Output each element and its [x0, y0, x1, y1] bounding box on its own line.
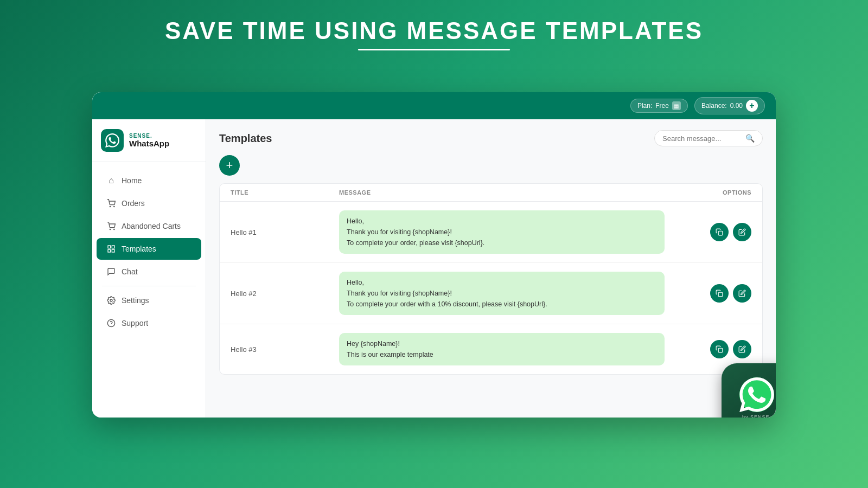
msg3-line1: Hey {shopName}!: [347, 338, 657, 349]
sidebar-item-support[interactable]: Support: [97, 312, 201, 334]
row-actions-1: [665, 223, 751, 241]
templates-icon: [106, 244, 116, 254]
svg-rect-5: [112, 246, 114, 248]
sidebar-item-chat-label: Chat: [122, 267, 138, 276]
whatsapp-logo-svg: [105, 133, 119, 147]
edit-icon-2: [738, 290, 746, 297]
sidebar-item-orders-label: Orders: [122, 199, 145, 208]
main-heading: SAVE TIME USING MESSAGE TEMPLATES: [0, 17, 868, 44]
wa-badge: by SENSE.: [722, 363, 776, 418]
logo-text: SENSE. WhatsApp: [129, 133, 169, 148]
sidebar-item-home-label: Home: [122, 176, 142, 185]
balance-value: 0.00: [730, 102, 743, 110]
row-title-2: Hello #2: [231, 290, 339, 298]
row-title-1: Hello #1: [231, 228, 339, 236]
col-options: OPTIONS: [665, 189, 751, 196]
home-icon: [106, 176, 116, 185]
app-container: Plan: Free ▦ Balance: 0.00 + SENSE. What…: [92, 92, 776, 418]
abandoned-carts-icon: [106, 221, 116, 231]
copy-button-3[interactable]: [710, 340, 729, 358]
copy-icon-1: [716, 228, 723, 236]
message-bubble-1: Hello, Thank you for visiting {shopName}…: [339, 210, 665, 254]
main-content: Templates 🔍 + TITLE MESSAGE OPTIONS Hell…: [206, 119, 776, 418]
copy-icon-2: [716, 290, 723, 297]
svg-rect-11: [718, 231, 723, 235]
nav-divider: [102, 286, 196, 286]
table-header: TITLE MESSAGE OPTIONS: [220, 184, 762, 202]
msg1-line3: To complete your order, please visit {sh…: [347, 237, 657, 248]
edit-icon-1: [738, 228, 746, 236]
search-input[interactable]: [662, 134, 742, 143]
edit-button-1[interactable]: [733, 223, 751, 241]
edit-button-3[interactable]: [733, 340, 751, 358]
plan-badge: Plan: Free ▦: [630, 99, 688, 113]
msg2-line1: Hello,: [347, 277, 657, 288]
edit-button-2[interactable]: [733, 284, 751, 303]
wa-badge-icon: [739, 377, 774, 412]
logo-sense: SENSE.: [129, 133, 169, 139]
message-bubble-2: Hello, Thank you for visiting {shopName}…: [339, 272, 665, 315]
balance-label: Balance:: [701, 102, 727, 110]
plan-label: Plan:: [637, 102, 652, 110]
msg1-line1: Hello,: [347, 216, 657, 227]
sidebar-item-home[interactable]: Home: [97, 170, 201, 191]
nav-items: Home Orders Abandoned Ca: [92, 162, 206, 342]
logo-area: SENSE. WhatsApp: [92, 119, 206, 162]
sidebar: SENSE. WhatsApp Home Orders: [92, 92, 206, 418]
sidebar-item-abandoned-label: Abandoned Carts: [122, 222, 181, 230]
svg-rect-4: [108, 246, 111, 248]
settings-icon: [106, 296, 116, 305]
svg-point-2: [110, 229, 110, 229]
msg3-line2: This is our example template: [347, 349, 657, 360]
search-bar: 🔍: [654, 130, 763, 146]
heading-underline: [358, 49, 510, 50]
balance-badge: Balance: 0.00 +: [694, 97, 765, 114]
svg-rect-12: [718, 292, 723, 297]
copy-icon-3: [716, 345, 723, 353]
logo-whatsapp: WhatsApp: [129, 139, 169, 148]
col-title: TITLE: [231, 189, 339, 196]
svg-point-3: [114, 229, 114, 229]
msg2-line2: Thank you for visiting {shopName}!: [347, 288, 657, 299]
add-balance-button[interactable]: +: [746, 100, 758, 112]
support-icon: [106, 318, 116, 328]
top-heading-area: SAVE TIME USING MESSAGE TEMPLATES: [0, 17, 868, 50]
sidebar-item-templates[interactable]: Templates: [97, 238, 201, 260]
table-row: Hello #3 Hey {shopName}! This is our exa…: [220, 324, 762, 374]
sidebar-item-abandoned-carts[interactable]: Abandoned Carts: [97, 215, 201, 237]
message-bubble-3: Hey {shopName}! This is our example temp…: [339, 333, 665, 365]
msg2-line3: To complete your order with a 10% discou…: [347, 299, 657, 310]
by-sense-label: by SENSE.: [742, 414, 771, 418]
templates-table: TITLE MESSAGE OPTIONS Hello #1 Hello, Th…: [219, 183, 763, 375]
logo-icon: [101, 129, 124, 152]
page-title: Templates: [219, 132, 272, 145]
sidebar-item-chat[interactable]: Chat: [97, 261, 201, 282]
row-actions-2: [665, 284, 751, 303]
sidebar-item-templates-label: Templates: [122, 245, 156, 253]
table-row: Hello #2 Hello, Thank you for visiting {…: [220, 263, 762, 324]
sidebar-item-orders[interactable]: Orders: [97, 192, 201, 214]
copy-button-2[interactable]: [710, 284, 729, 303]
sidebar-item-settings[interactable]: Settings: [97, 290, 201, 311]
add-template-button[interactable]: +: [219, 155, 240, 176]
svg-point-0: [110, 206, 110, 207]
table-row: Hello #1 Hello, Thank you for visiting {…: [220, 202, 762, 263]
plan-value: Free: [655, 102, 669, 110]
svg-point-1: [114, 206, 114, 207]
svg-rect-13: [718, 348, 723, 352]
row-actions-3: [665, 340, 751, 358]
sidebar-item-support-label: Support: [122, 319, 148, 328]
svg-rect-6: [112, 249, 114, 252]
copy-button-1[interactable]: [710, 223, 729, 241]
search-icon: 🔍: [745, 134, 755, 143]
col-message: MESSAGE: [339, 189, 665, 196]
chat-icon: [106, 267, 116, 277]
top-bar: Plan: Free ▦ Balance: 0.00 +: [92, 92, 776, 119]
sidebar-item-settings-label: Settings: [122, 296, 149, 305]
svg-point-8: [110, 299, 112, 301]
edit-icon-3: [738, 345, 746, 353]
row-title-3: Hello #3: [231, 345, 339, 354]
plan-icon: ▦: [672, 101, 681, 110]
page-header: Templates 🔍: [219, 130, 763, 146]
msg1-line2: Thank you for visiting {shopName}!: [347, 227, 657, 237]
